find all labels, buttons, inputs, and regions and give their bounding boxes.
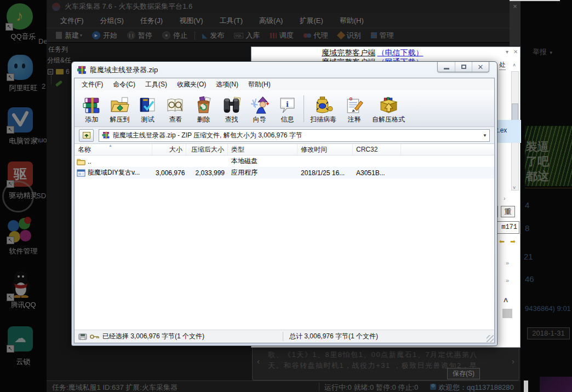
comment-button[interactable]: 注释 [340, 91, 368, 126]
menu-tools[interactable]: 工具(S) [140, 79, 172, 90]
app-logo-icon [52, 3, 60, 11]
menu-task[interactable]: 任务(J) [132, 16, 171, 26]
sql-import-button[interactable]: SQL 入库 [229, 31, 265, 41]
shortcut-arrow-icon: ↖ [5, 23, 13, 31]
virus-scan-button[interactable]: 扫描病毒 [306, 91, 340, 126]
prev-arrow-icon[interactable]: ‹ [257, 356, 260, 366]
minimize-button[interactable] [438, 62, 455, 72]
application-file-icon [77, 169, 85, 177]
menu-commands[interactable]: 命令(C) [108, 79, 140, 90]
more-icon[interactable]: » [506, 260, 509, 266]
download-link-row[interactable]: 魔域完整客户端 （电信下载） [322, 48, 424, 58]
image-fragment [540, 377, 572, 392]
menu-options[interactable]: 选项(N) [211, 79, 243, 90]
scroll-up-icon[interactable]: ˄ [513, 62, 516, 68]
screen: ♪ ↖ QQ音乐 ↖ 阿里旺旺 ↖ 电脑管家 驱 ↖ 驱动精灵 ↖ [0, 0, 572, 392]
desktop-text-fragment: 2 [42, 82, 45, 90]
pause-button[interactable]: ❙❙ 暂停 [122, 31, 157, 41]
table-row-parent-dir[interactable]: .. 本地磁盘 [75, 155, 494, 167]
column-header-type[interactable]: 类型 [228, 144, 298, 155]
table-row-file[interactable]: 龍魔域DIY复古v... 3,006,976 2,033,999 应用程序 20… [75, 167, 494, 178]
reset-button[interactable]: 重 [501, 206, 515, 217]
new-task-button[interactable]: 新建▾ [51, 31, 87, 41]
combobox-dropdown-icon[interactable]: ▼ [481, 130, 489, 141]
menu-help[interactable]: 帮助(H) [331, 16, 372, 26]
column-header-crc32[interactable]: CRC32 [353, 144, 401, 155]
task-list-tab[interactable]: 任务列 [48, 45, 68, 54]
desktop-icon-tencent-qq[interactable]: ↖ [8, 269, 34, 300]
sfx-button[interactable]: 自解压格式 [368, 91, 409, 126]
manage-button[interactable]: 管理 [366, 31, 399, 41]
column-header-packed[interactable]: 压缩后大小 [186, 144, 228, 155]
add-button[interactable]: 添加 [78, 91, 106, 126]
desktop-icon-software-manager[interactable]: ↖ [8, 218, 33, 243]
collapse-icon[interactable]: ˄ [504, 296, 508, 305]
forward-arrow-icon[interactable]: ➡ [510, 238, 516, 245]
menu-extend[interactable]: 扩展(E) [291, 16, 331, 26]
winrar-archive-icon [77, 66, 86, 74]
next-arrow-icon[interactable]: › [512, 356, 514, 366]
publish-icon: ◣ [202, 32, 207, 39]
desktop-text-fragment: SD [36, 192, 46, 200]
resize-grip[interactable] [487, 335, 494, 342]
column-header-name[interactable]: 名称 [75, 144, 152, 155]
caption-buttons: ✕ [437, 62, 489, 72]
archive-path-combobox[interactable]: 龍魔域主线登录器.zip - ZIP 压缩文件, 解包大小为 3,006,976… [99, 129, 490, 142]
menu-file[interactable]: 文件(F) [52, 16, 92, 26]
dropdown-caret-icon: ▾ [80, 33, 82, 38]
mini-close-icon[interactable]: ✕ [513, 49, 518, 55]
delete-button[interactable]: 删除 [190, 91, 218, 126]
test-button[interactable]: 测试 [134, 91, 162, 126]
chat-number: 4 [525, 200, 529, 210]
maximize-button[interactable] [455, 62, 472, 72]
svg-text:i: i [286, 99, 289, 108]
desktop-icon-label: 阿里旺旺 [0, 83, 47, 93]
captcha-button[interactable]: 识别 [333, 31, 366, 41]
desktop-icon-qq-music[interactable]: ♪ ↖ [7, 3, 33, 30]
collector-menubar: 文件(F) 分组(S) 任务(J) 视图(V) 工具(T) 高级(A) 扩展(E… [47, 13, 510, 28]
telecom-download-link[interactable]: （电信下载） [377, 49, 424, 57]
extract-to-button[interactable]: 解压到 [106, 91, 134, 126]
chat-scrollbar-fragment[interactable] [524, 381, 528, 392]
stop-icon: ■ [162, 31, 170, 39]
scroll-thumb-fragment[interactable] [502, 309, 512, 318]
scroll-down-icon[interactable]: ˅ [513, 185, 516, 191]
winrar-titlebar[interactable]: 龍魔域主线登录器.zip [72, 62, 497, 78]
publish-button[interactable]: ◣ 发布 [197, 31, 229, 41]
wizard-button[interactable]: 向导 [245, 91, 273, 126]
desktop-icon-yunsuo[interactable]: ☁ ↖ [8, 326, 33, 351]
schedule-button[interactable]: 调度 [265, 31, 299, 41]
expand-icon[interactable]: › [504, 195, 506, 201]
menu-view[interactable]: 视图(V) [171, 16, 211, 26]
more-icon[interactable]: » [506, 277, 509, 284]
menu-tools[interactable]: 工具(T) [211, 16, 251, 26]
save-button[interactable]: 保存(S) [447, 368, 480, 379]
menu-file[interactable]: 文件(F) [77, 79, 108, 90]
chat-image[interactable]: 装逼 了吧 都这 [525, 126, 572, 186]
up-directory-button[interactable] [79, 129, 94, 142]
tree-expander-icon[interactable]: − [48, 69, 53, 74]
report-button[interactable]: 举报 ▼ [533, 47, 553, 57]
menu-group[interactable]: 分组(S) [92, 16, 132, 26]
view-button[interactable]: 查看 [162, 91, 190, 126]
find-button[interactable]: 查找 [218, 91, 245, 126]
back-arrow-icon[interactable]: ⬅ [499, 238, 505, 245]
close-button[interactable]: ✕ [472, 62, 489, 72]
column-header-modified[interactable]: 修改时间 [298, 144, 353, 155]
mini-caret-icon[interactable]: ▾ [506, 49, 508, 55]
menu-favorites[interactable]: 收藏夹(O) [172, 79, 211, 90]
desktop-icon-pc-manager[interactable]: ↖ [8, 107, 33, 132]
close-button[interactable]: × [510, 0, 520, 46]
stop-button[interactable]: ■ 停止 [157, 31, 192, 41]
desktop-icon-label: 云锁 [0, 357, 47, 367]
menu-help[interactable]: 帮助(H) [243, 79, 276, 90]
desktop-icon-aliwangwang[interactable]: ↖ [8, 55, 33, 80]
tree-node-label[interactable]: 6 [66, 68, 70, 76]
menu-advanced[interactable]: 高级(A) [251, 16, 291, 26]
proxy-button[interactable]: 代理 [299, 31, 333, 41]
info-button[interactable]: i 信息 [273, 91, 301, 126]
code-input[interactable]: m171 [495, 221, 519, 234]
winrar-toolbar: 添加 解压到 [75, 90, 494, 127]
start-button[interactable]: ▶ 开始 [87, 31, 122, 41]
column-header-size[interactable]: 大小 [152, 144, 186, 155]
